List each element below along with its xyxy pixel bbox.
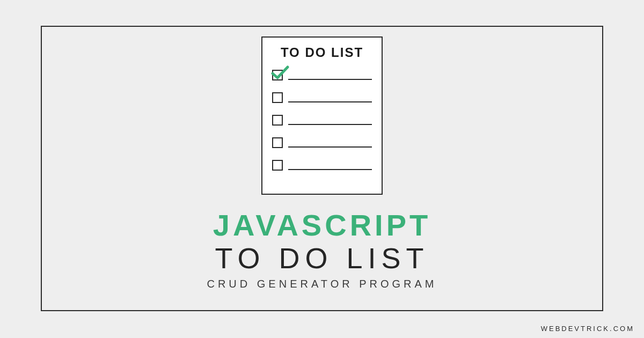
checkbox-empty-icon [272, 115, 283, 126]
list-item [272, 137, 372, 148]
checkbox-checked-icon [272, 70, 283, 80]
list-item [272, 92, 372, 103]
list-item [272, 160, 372, 171]
item-line [288, 101, 372, 102]
item-line [288, 124, 372, 125]
content-area: TO DO LIST [42, 27, 602, 310]
checkbox-empty-icon [272, 160, 283, 171]
main-frame: TO DO LIST [41, 26, 603, 311]
checkmark-icon [271, 65, 289, 82]
title-line-2: TO DO LIST [207, 241, 437, 275]
item-line [288, 146, 372, 148]
list-item [272, 70, 372, 80]
watermark-text: WEBDEVTRICK.COM [541, 325, 634, 333]
title-block: JAVASCRIPT TO DO LIST CRUD GENERATOR PRO… [207, 208, 437, 290]
checkbox-empty-icon [272, 137, 283, 148]
list-item [272, 115, 372, 126]
item-line [288, 79, 372, 80]
notepad-illustration: TO DO LIST [261, 36, 383, 195]
item-line [288, 169, 372, 170]
title-line-1: JAVASCRIPT [207, 208, 437, 243]
title-line-3: CRUD GENERATOR PROGRAM [207, 278, 437, 290]
checkbox-empty-icon [272, 92, 283, 103]
notepad-header: TO DO LIST [272, 45, 372, 60]
